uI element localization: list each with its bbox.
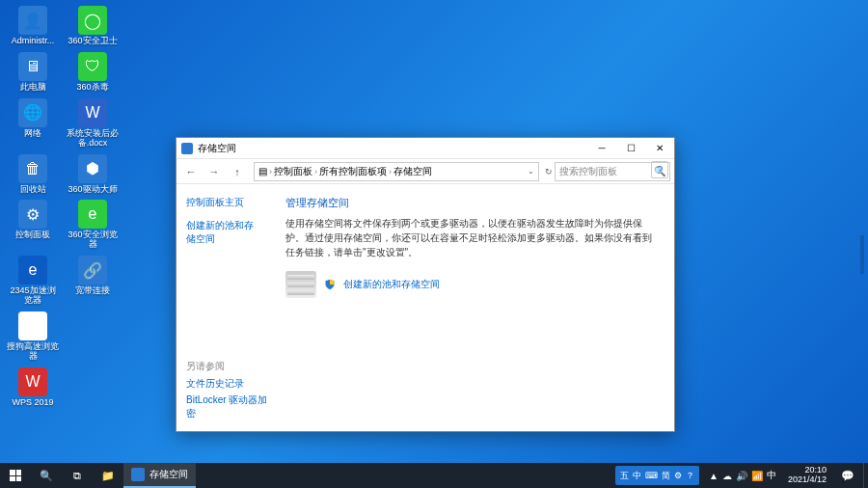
breadcrumb-item[interactable]: 所有控制面板项 [319, 165, 387, 178]
ime-bar[interactable]: 五中⌨简⚙？ [615, 466, 699, 485]
icon-label: 搜狗高速浏览器 [6, 342, 60, 362]
app-icon: 👤 [18, 6, 47, 35]
desktop-icon[interactable]: 🌐网络 [6, 98, 60, 149]
app-icon: ◯ [78, 6, 107, 35]
see-also: 另请参阅 文件历史记录 BitLocker 驱动器加密 [186, 360, 268, 423]
breadcrumb-dropdown[interactable]: ⌄ [528, 167, 534, 176]
icon-label: 控制面板 [15, 230, 50, 240]
desktop-icon[interactable]: ⬢360驱动大师 [66, 154, 120, 195]
window-title: 存储空间 [198, 142, 587, 155]
taskbar-app-storage[interactable]: 存储空间 [123, 463, 196, 488]
forward-button[interactable]: → [203, 162, 225, 181]
create-storage-item: 创建新的池和存储空间 [285, 271, 657, 298]
uac-shield-icon [324, 279, 336, 290]
sidebar-create-link[interactable]: 创建新的池和存储空间 [186, 219, 258, 246]
desktop-icon[interactable]: WWPS 2019 [6, 367, 60, 408]
app-icon: 🌐 [18, 98, 47, 127]
minimize-button[interactable]: ─ [587, 138, 616, 159]
refresh-button[interactable]: ↻ [545, 167, 553, 176]
tray-icon[interactable]: ▲ [709, 471, 719, 481]
ime-item[interactable]: 五 [620, 470, 629, 482]
app-icon: W [78, 98, 107, 127]
breadcrumb-item[interactable]: 存储空间 [393, 165, 432, 178]
tray-icon[interactable]: ☁ [722, 471, 732, 481]
search-placeholder: 搜索控制面板 [559, 165, 617, 178]
main-content: ? 管理存储空间 使用存储空间将文件保存到两个或更多驱动器，以便在驱动器发生故障… [268, 184, 674, 431]
taskbar: 🔍 ⧉ 📁 存储空间 五中⌨简⚙？ ▲☁🔊📶中 20:10 2021/4/12 … [0, 463, 868, 488]
icon-label: WPS 2019 [12, 398, 53, 408]
desktop-icon[interactable]: e360安全浏览器 [66, 200, 120, 250]
icon-label: 网络 [24, 129, 41, 139]
see-also-header: 另请参阅 [186, 360, 268, 373]
desktop-icon[interactable]: ◯360安全卫士 [66, 6, 120, 46]
help-icon[interactable]: ? [651, 161, 668, 178]
edge-artifact [860, 235, 864, 274]
start-button[interactable] [0, 463, 31, 488]
create-storage-link[interactable]: 创建新的池和存储空间 [343, 278, 440, 291]
tray-icons: ▲☁🔊📶中 [703, 469, 782, 482]
app-icon: 🗑 [18, 154, 47, 183]
tray-icon[interactable]: 🔊 [736, 471, 747, 481]
icon-label: 360安全卫士 [68, 37, 117, 46]
clock[interactable]: 20:10 2021/4/12 [782, 466, 832, 485]
desktop-icon[interactable]: 👤Administr... [6, 6, 60, 46]
app-icon: 🔗 [78, 256, 107, 285]
file-explorer-button[interactable]: 📁 [93, 463, 123, 488]
icon-label: 回收站 [20, 185, 46, 195]
desktop-icon[interactable]: W系统安装后必备.docx [66, 98, 120, 149]
icon-label: Administr... [12, 37, 55, 46]
icon-label: 宽带连接 [75, 286, 110, 296]
app-icon: e [78, 200, 107, 229]
search-button[interactable]: 🔍 [31, 463, 62, 488]
ime-item[interactable]: 中 [633, 470, 641, 482]
back-button[interactable]: ← [180, 162, 202, 181]
up-button[interactable]: ↑ [227, 162, 248, 181]
maximize-button[interactable]: ☐ [616, 138, 645, 159]
drive-stack-icon [285, 271, 316, 298]
desktop-icon[interactable]: e2345加速浏览器 [6, 256, 60, 306]
icon-label: 2345加速浏览器 [6, 286, 60, 306]
navbar: ← → ↑ ▤ › 控制面板 › 所有控制面板项 › 存储空间 ⌄ ↻ 搜索控制… [176, 159, 674, 184]
clock-date: 2021/4/12 [788, 475, 827, 485]
sidebar-home-link[interactable]: 控制面板主页 [186, 196, 258, 209]
see-also-link[interactable]: 文件历史记录 [186, 377, 268, 391]
desktop: 👤Administr...◯360安全卫士🖥此电脑🛡360杀毒🌐网络W系统安装后… [6, 6, 120, 408]
see-also-link[interactable]: BitLocker 驱动器加密 [186, 393, 268, 420]
taskbar-app-icon [131, 468, 145, 481]
ime-item[interactable]: 简 [662, 470, 670, 482]
breadcrumb-root-icon: ▤ [258, 166, 267, 176]
icon-label: 此电脑 [20, 83, 46, 93]
notifications-button[interactable]: 💬 [832, 463, 863, 488]
desktop-icon[interactable]: 🛡360杀毒 [66, 52, 120, 93]
ime-item[interactable]: ⌨ [645, 471, 658, 480]
desktop-icon[interactable]: ⚙控制面板 [6, 200, 60, 250]
breadcrumb-item[interactable]: 控制面板 [274, 165, 312, 178]
icon-label: 系统安装后必备.docx [66, 129, 120, 149]
window-icon [181, 143, 193, 154]
app-icon: e [18, 256, 47, 285]
app-icon: W [18, 367, 47, 396]
ime-item[interactable]: ？ [686, 470, 694, 482]
sidebar: 控制面板主页 创建新的池和存储空间 另请参阅 文件历史记录 BitLocker … [176, 184, 268, 431]
tray-icon[interactable]: 📶 [751, 471, 763, 481]
tray-icon[interactable]: 中 [767, 469, 776, 482]
breadcrumb[interactable]: ▤ › 控制面板 › 所有控制面板项 › 存储空间 ⌄ [254, 162, 539, 181]
task-view-button[interactable]: ⧉ [62, 463, 93, 488]
ime-item[interactable]: ⚙ [674, 471, 682, 480]
app-icon: S [18, 312, 47, 340]
titlebar: 存储空间 ─ ☐ ✕ [176, 138, 674, 159]
taskbar-app-label: 存储空间 [149, 468, 188, 481]
app-icon: ⬢ [78, 154, 107, 183]
page-heading: 管理存储空间 [285, 196, 657, 210]
icon-label: 360安全浏览器 [66, 230, 120, 250]
desktop-icon[interactable]: 🖥此电脑 [6, 52, 60, 93]
app-icon: ⚙ [18, 200, 47, 229]
app-icon: 🛡 [78, 52, 107, 81]
close-button[interactable]: ✕ [645, 138, 674, 159]
desktop-icon[interactable]: S搜狗高速浏览器 [6, 312, 60, 362]
control-panel-window: 存储空间 ─ ☐ ✕ ← → ↑ ▤ › 控制面板 › 所有控制面板项 › 存储… [176, 137, 675, 432]
show-desktop-button[interactable] [863, 463, 868, 488]
desktop-icon[interactable]: 🗑回收站 [6, 154, 60, 195]
desktop-icon[interactable]: 🔗宽带连接 [66, 256, 120, 306]
icon-label: 360驱动大师 [68, 185, 117, 195]
